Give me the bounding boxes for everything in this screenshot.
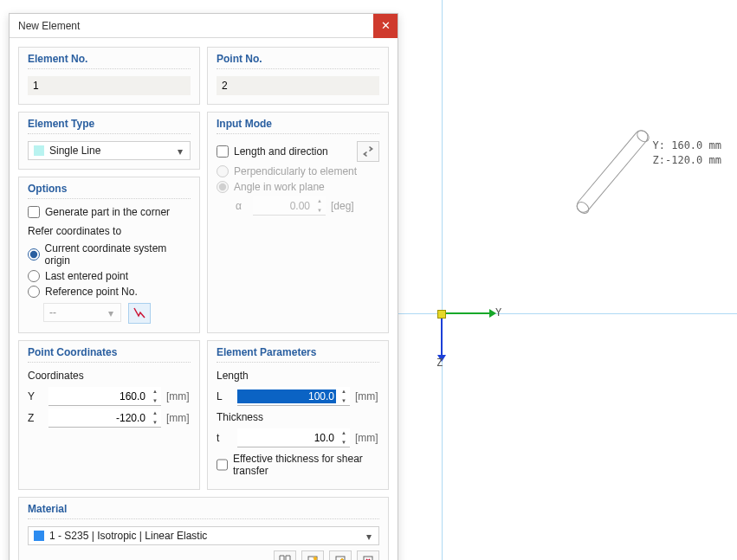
length-direction-checkbox[interactable]: Length and direction — [217, 145, 328, 158]
titlebar[interactable]: New Element ✕ — [10, 14, 398, 38]
spin-up-icon[interactable]: ▲ — [149, 387, 161, 396]
length-label: Length — [217, 370, 379, 382]
grid-dots — [398, 0, 737, 560]
point-coordinates-label: Point Coordinates — [28, 346, 191, 363]
chevron-down-icon: ▾ — [105, 307, 117, 319]
material-value: 1 - S235 | Isotropic | Linear Elastic — [49, 530, 207, 542]
coord-y-input[interactable]: ▲▼ — [48, 387, 161, 406]
crosshair-pick-icon — [133, 306, 146, 320]
axis-rule-v — [442, 0, 443, 560]
generate-part-label: Generate part in the corner — [45, 206, 170, 218]
current-origin-radio[interactable]: Current coordinate system origin — [28, 242, 191, 267]
angle-plane-radio: Angle in work plane — [217, 181, 379, 193]
refer-coordinates-label: Refer coordinates to — [28, 225, 191, 237]
close-icon: ✕ — [381, 19, 391, 32]
viewport[interactable]: Y Z Y: 160.0 mm Z:-120.0 mm — [398, 0, 737, 560]
material-panel: Material 1 - S235 | Isotropic | Linear E… — [18, 497, 389, 560]
readout-y: Y: 160.0 mm — [653, 138, 721, 153]
material-library-button[interactable] — [274, 550, 296, 560]
input-mode-panel: Input Mode Length and direction Perpendi… — [207, 112, 389, 333]
element-parameters-panel: Element Parameters Length L ▲▼ [mm] Thic… — [207, 340, 389, 490]
reference-point-radio[interactable]: Reference point No. — [28, 286, 191, 298]
thickness-input[interactable]: ▲▼ — [237, 428, 350, 447]
current-origin-label: Current coordinate system origin — [45, 242, 191, 267]
coord-y-unit: [mm] — [166, 390, 191, 402]
element-type-icon — [34, 145, 44, 156]
perpendicular-label: Perpendicularly to element — [234, 165, 357, 177]
element-type-select[interactable]: Single Line ▾ — [28, 141, 191, 160]
reference-point-label: Reference point No. — [45, 286, 138, 298]
book-icon — [278, 554, 292, 560]
swap-arrows-icon — [361, 145, 375, 158]
spin-down-icon[interactable]: ▼ — [338, 438, 350, 447]
z-axis-arrow — [441, 319, 443, 355]
last-point-label: Last entered point — [45, 270, 128, 282]
spin-up-icon[interactable]: ▲ — [338, 428, 350, 438]
point-coordinates-panel: Point Coordinates Coordinates Y ▲▼ [mm] … — [18, 340, 200, 490]
spin-up-icon[interactable]: ▲ — [338, 387, 350, 396]
coord-z-input[interactable]: ▲▼ — [48, 409, 161, 428]
y-axis-arrow — [446, 312, 489, 314]
readout-z: Z:-120.0 mm — [653, 153, 721, 168]
thickness-symbol: t — [217, 432, 232, 444]
alpha-symbol: α — [236, 200, 248, 212]
effective-thickness-checkbox[interactable]: Effective thickness for shear transfer — [217, 453, 379, 477]
svg-rect-2 — [364, 557, 372, 560]
z-axis-label: Z — [436, 357, 443, 369]
element-no-input[interactable] — [28, 76, 191, 95]
coord-z-unit: [mm] — [166, 412, 191, 424]
pick-point-button[interactable] — [128, 303, 151, 324]
dialog-title: New Element — [18, 20, 373, 32]
edit-material-button[interactable] — [329, 550, 352, 560]
spin-up-icon: ▲ — [314, 196, 326, 206]
y-axis-label: Y — [495, 306, 501, 319]
generate-part-checkbox[interactable]: Generate part in the corner — [28, 206, 191, 218]
coord-z-symbol: Z — [28, 412, 43, 424]
element-type-panel: Element Type Single Line ▾ — [18, 112, 200, 170]
input-mode-label: Input Mode — [217, 118, 379, 134]
last-point-radio[interactable]: Last entered point — [28, 270, 191, 282]
options-label: Options — [28, 183, 191, 199]
point-no-label: Point No. — [217, 53, 379, 69]
new-element-dialog: New Element ✕ Element No. Point No. Elem… — [9, 13, 398, 560]
alpha-unit: [deg] — [331, 200, 359, 212]
perpendicular-radio: Perpendicularly to element — [217, 165, 379, 177]
length-input[interactable]: ▲▼ — [237, 387, 350, 406]
element-type-label: Element Type — [28, 118, 191, 134]
delete-doc-icon — [361, 554, 375, 560]
options-panel: Options Generate part in the corner Refe… — [18, 177, 200, 333]
spin-down-icon[interactable]: ▼ — [149, 418, 161, 428]
angle-plane-label: Angle in work plane — [234, 181, 325, 193]
close-button[interactable]: ✕ — [373, 14, 398, 38]
spin-down-icon[interactable]: ▼ — [338, 396, 350, 406]
length-symbol: L — [217, 390, 232, 402]
spin-up-icon[interactable]: ▲ — [149, 409, 161, 418]
length-unit: [mm] — [355, 390, 379, 402]
delete-material-button[interactable] — [357, 550, 379, 560]
chevron-down-icon: ▾ — [363, 531, 375, 543]
reference-point-value: -- — [49, 306, 56, 319]
effective-thickness-label: Effective thickness for shear transfer — [233, 453, 379, 477]
coordinates-label: Coordinates — [28, 370, 191, 382]
spin-down-icon[interactable]: ▼ — [149, 396, 161, 406]
material-select[interactable]: 1 - S235 | Isotropic | Linear Elastic ▾ — [28, 526, 379, 545]
new-doc-star-icon — [306, 554, 320, 560]
element-no-label: Element No. — [28, 53, 191, 69]
element-type-value: Single Line — [49, 145, 100, 157]
point-no-input[interactable] — [217, 76, 379, 95]
new-material-button[interactable] — [301, 550, 324, 560]
material-swatch-icon — [34, 531, 44, 541]
coord-y-symbol: Y — [28, 390, 43, 402]
material-label: Material — [28, 503, 379, 519]
point-no-panel: Point No. — [207, 47, 389, 105]
alpha-input: ▲▼ — [253, 196, 326, 216]
length-direction-label: Length and direction — [234, 145, 328, 158]
chevron-down-icon: ▾ — [174, 145, 186, 158]
thickness-unit: [mm] — [355, 432, 379, 444]
spin-down-icon: ▼ — [314, 206, 326, 216]
element-no-panel: Element No. — [18, 47, 200, 105]
swap-direction-button[interactable] — [357, 141, 379, 162]
reference-point-select: -- ▾ — [43, 303, 121, 322]
thickness-label: Thickness — [217, 411, 379, 423]
origin-marker — [437, 310, 446, 319]
